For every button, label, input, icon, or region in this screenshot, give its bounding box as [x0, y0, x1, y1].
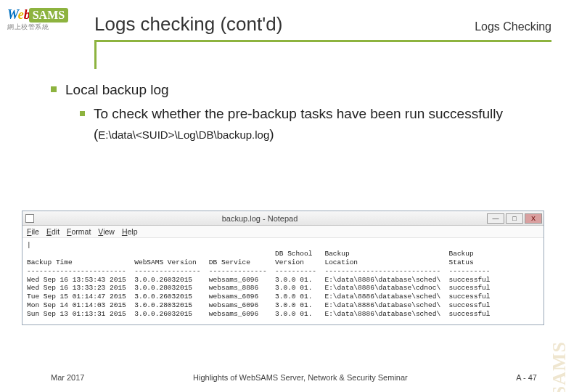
notepad-title: backup.log - Notepad [34, 214, 485, 223]
menu-edit[interactable]: Edit [46, 227, 60, 236]
minimize-button[interactable]: — [487, 213, 504, 224]
slide-footer: Mar 2017 Highlights of WebSAMS Server, N… [0, 373, 566, 382]
menu-view[interactable]: View [98, 227, 115, 236]
bullet-level2: To check whether the pre-backup tasks ha… [80, 104, 544, 145]
websams-logo: WebSAMS 網上校管系統 [7, 7, 83, 40]
bullet-level1: Local backup log [51, 80, 544, 101]
bullet-square-icon [80, 111, 85, 116]
breadcrumb: Logs Checking [475, 20, 551, 33]
notepad-text-area[interactable]: | DB School Backup Backup Backup Time We… [22, 238, 544, 324]
slide-title-bar: Logs checking (cont'd) Logs Checking [94, 13, 551, 42]
notepad-menubar: File Edit Format View Help [22, 226, 544, 238]
menu-file[interactable]: File [27, 227, 39, 236]
logo-sams-badge: SAMS [29, 8, 68, 23]
footer-date: Mar 2017 [51, 373, 84, 382]
logo-subtitle: 網上校管系統 [7, 23, 83, 32]
close-button[interactable]: X [525, 213, 542, 224]
bullet-square-icon [51, 86, 57, 92]
maximize-button[interactable]: □ [506, 213, 523, 224]
menu-help[interactable]: Help [122, 227, 138, 236]
footer-title: Highlights of WebSAMS Server, Network & … [193, 373, 408, 382]
notepad-app-icon [25, 214, 34, 223]
title-divider [94, 40, 97, 69]
content-area: Local backup log To check whether the pr… [51, 80, 544, 145]
log-path: E:\data\<SUID>\Log\DB\backup.log [98, 128, 269, 141]
l2-suffix: ) [269, 126, 274, 142]
footer-page: A - 47 [516, 373, 537, 382]
page-title: Logs checking (cont'd) [94, 13, 282, 36]
bullet-l2-text: To check whether the pre-backup tasks ha… [94, 104, 544, 145]
bullet-l1-text: Local backup log [65, 80, 169, 101]
watermark: WebSAMS [549, 341, 566, 392]
notepad-titlebar[interactable]: backup.log - Notepad — □ X [22, 211, 544, 226]
notepad-window: backup.log - Notepad — □ X File Edit For… [22, 211, 544, 325]
menu-format[interactable]: Format [67, 227, 91, 236]
